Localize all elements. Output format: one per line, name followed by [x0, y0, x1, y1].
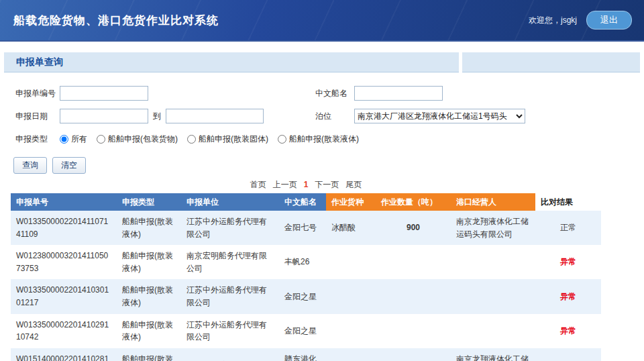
cell-qty [376, 279, 451, 313]
header-operator: 港口经营人 [451, 193, 535, 211]
radio-bulk-liquid-input[interactable] [278, 135, 286, 144]
query-form: 申报单编号 中文船名 申报日期 到 泊位 南京港大厂港区龙翔液体化工储运1号码头… [0, 72, 644, 150]
berth-select[interactable]: 南京港大厂港区龙翔液体化工储运1号码头 [354, 109, 525, 123]
cell-operator [451, 279, 535, 313]
cell-agency: 南京宏明船务代理有限公司 [181, 245, 279, 279]
cell-cargo: 冰醋酸 [326, 211, 376, 245]
cell-ship: 赣东港化166 [279, 348, 326, 361]
form-row-2: 申报日期 到 泊位 南京港大厂港区龙翔液体化工储运1号码头 [15, 105, 644, 127]
radio-bulk-solid-label: 船舶申报(散装固体) [199, 134, 268, 145]
radio-bulk-liquid[interactable]: 船舶申报(散装液体) [278, 134, 359, 145]
cell-qty [376, 245, 451, 279]
cell-cargo [326, 314, 376, 348]
cell-qty: 900 [376, 211, 451, 245]
cell-decl-no: W013350000220141107141109 [11, 211, 117, 245]
radio-bulk-solid-input[interactable] [187, 135, 196, 144]
cell-agency: 江苏中外运船务代理有限公司 [181, 279, 279, 313]
cell-type: 船舶申报(散装液体) [117, 348, 181, 361]
cell-result: 正常 [535, 211, 601, 245]
decl-no-input[interactable] [60, 86, 148, 101]
declarations-table: 申报单号 申报类型 申报单位 中文船名 作业货种 作业数量（吨） 港口经营人 比… [11, 193, 601, 361]
table-row: W013350000220141029110742 船舶申报(散装液体) 江苏中… [11, 314, 601, 348]
app-title: 船载危险货物、港口危货作业比对系统 [13, 13, 219, 28]
ship-name-input[interactable] [354, 86, 443, 101]
date-label: 申报日期 [15, 111, 60, 122]
ship-name-label: 中文船名 [315, 88, 354, 99]
cell-operator [451, 245, 535, 279]
cell-cargo [326, 279, 376, 313]
cell-result: 异常 [535, 279, 601, 313]
table-row: W013350000220141107141109 船舶申报(散装液体) 江苏中… [11, 211, 601, 245]
cell-cargo: 甲醇 [326, 348, 376, 361]
cell-operator: 南京龙翔液体化工储运码头有限公司 [451, 348, 535, 361]
logout-button[interactable]: 退出 [586, 11, 632, 30]
first-page-link[interactable]: 首页 [250, 180, 266, 189]
cell-decl-no: W013350000220141029110742 [11, 314, 117, 348]
cell-result: 异常 [535, 314, 601, 348]
header-result: 比对结果 [535, 193, 601, 211]
cell-ship: 金阳七号 [279, 211, 326, 245]
cell-qty: 600 [376, 348, 451, 361]
next-page-link[interactable]: 下一页 [315, 180, 339, 189]
table-header-row: 申报单号 申报类型 申报单位 中文船名 作业货种 作业数量（吨） 港口经营人 比… [11, 193, 601, 211]
cell-agency: 江西东港航运有限公司 [181, 348, 279, 361]
cell-decl-no: W015140000220141028122151 [11, 348, 117, 361]
radio-bulk-solid[interactable]: 船舶申报(散装固体) [187, 134, 268, 145]
header-cargo: 作业货种 [326, 193, 376, 211]
cell-operator: 南京龙翔液体化工储运码头有限公司 [451, 211, 535, 245]
date-to-label: 到 [153, 111, 161, 122]
date-to-input[interactable] [166, 109, 264, 123]
header-type: 申报类型 [117, 193, 181, 211]
date-from-input[interactable] [60, 109, 148, 123]
section-bar-right-block [462, 52, 640, 72]
cell-agency: 江苏中外运船务代理有限公司 [181, 211, 279, 245]
header-decl-no: 申报单号 [11, 193, 117, 211]
table-row: W013350000220141030101217 船舶申报(散装液体) 江苏中… [11, 279, 601, 313]
radio-packaged-label: 船舶申报(包装货物) [108, 134, 178, 145]
cell-result: 正常 [535, 348, 601, 361]
type-radio-group: 所有 船舶申报(包装货物) 船舶申报(散装固体) 船舶申报(散装液体) [60, 134, 359, 145]
cell-ship: 丰帆26 [279, 245, 326, 279]
section-row: 申报单查询 [4, 52, 640, 72]
section-title-bar: 申报单查询 [4, 52, 459, 72]
header-agency: 申报单位 [181, 193, 279, 211]
page: 船载危险货物、港口危货作业比对系统 欢迎您，jsgkj 退出 申报单查询 申报单… [0, 0, 644, 361]
form-row-3: 申报类型 所有 船舶申报(包装货物) 船舶申报(散装固体) 船舶申报(散装液体) [15, 127, 644, 150]
cell-cargo [326, 245, 376, 279]
clear-button[interactable]: 清空 [52, 157, 86, 174]
radio-packaged-input[interactable] [97, 135, 105, 144]
current-page: 1 [304, 180, 309, 189]
button-row: 查询 清空 [0, 150, 644, 174]
cell-qty [376, 314, 451, 348]
berth-label: 泊位 [315, 111, 354, 122]
prev-page-link[interactable]: 上一页 [273, 180, 297, 189]
cell-agency: 江苏中外运船务代理有限公司 [181, 314, 279, 348]
cell-decl-no: W012380000320141105073753 [11, 245, 117, 279]
table-row: W012380000320141105073753 船舶申报(散装液体) 南京宏… [11, 245, 601, 279]
cell-result: 异常 [535, 245, 601, 279]
radio-bulk-liquid-label: 船舶申报(散装液体) [289, 134, 359, 145]
form-row-1: 申报单编号 中文船名 [15, 82, 644, 105]
decl-no-label: 申报单编号 [15, 88, 60, 99]
radio-all[interactable]: 所有 [60, 134, 87, 145]
header-ship: 中文船名 [279, 193, 326, 211]
search-button[interactable]: 查询 [13, 157, 47, 174]
form-row-2-right: 泊位 南京港大厂港区龙翔液体化工储运1号码头 [315, 109, 525, 123]
cell-type: 船舶申报(散装液体) [117, 314, 181, 348]
cell-type: 船舶申报(散装液体) [117, 211, 181, 245]
banner-right: 欢迎您，jsgkj 退出 [529, 11, 632, 30]
header-qty: 作业数量（吨） [376, 193, 451, 211]
radio-all-label: 所有 [71, 134, 87, 145]
app-header: 船载危险货物、港口危货作业比对系统 欢迎您，jsgkj 退出 [0, 0, 644, 42]
cell-ship: 金阳之星 [279, 314, 326, 348]
cell-decl-no: W013350000220141030101217 [11, 279, 117, 313]
welcome-text: 欢迎您，jsgkj [529, 15, 577, 26]
last-page-link[interactable]: 尾页 [345, 180, 362, 189]
cell-operator [451, 314, 535, 348]
cell-type: 船舶申报(散装液体) [117, 245, 181, 279]
radio-all-input[interactable] [60, 135, 68, 144]
section-title: 申报单查询 [16, 56, 63, 68]
radio-packaged[interactable]: 船舶申报(包装货物) [97, 134, 178, 145]
cell-type: 船舶申报(散装液体) [117, 279, 181, 313]
table-row: W015140000220141028122151 船舶申报(散装液体) 江西东… [11, 348, 601, 361]
